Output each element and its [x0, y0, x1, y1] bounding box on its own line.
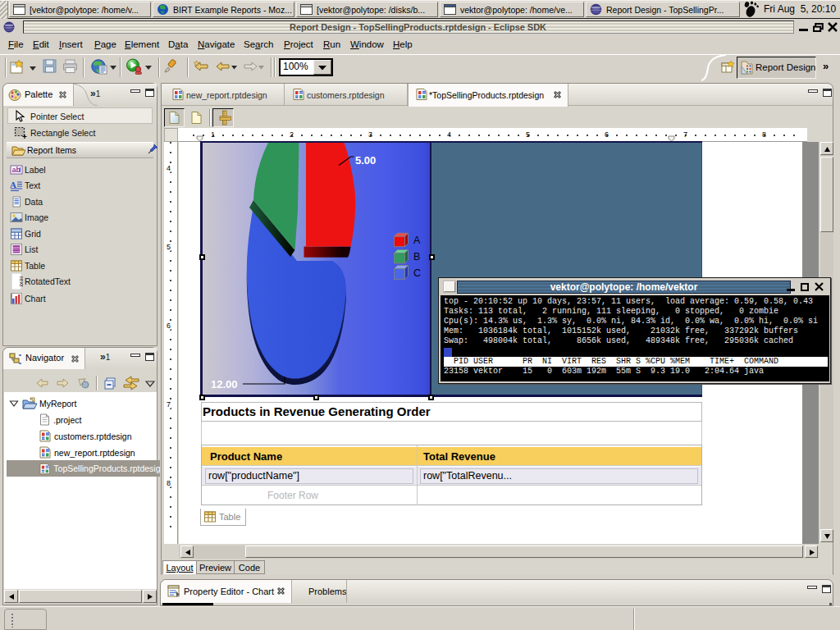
svg-text:Text: Text [18, 276, 24, 288]
svg-text:C: C [413, 267, 421, 279]
svg-text:5.00: 5.00 [355, 154, 376, 167]
svg-text:B: B [413, 251, 420, 262]
svg-text:12.00: 12.00 [211, 378, 238, 390]
svg-text:A: A [413, 235, 421, 246]
svg-text:A: A [10, 180, 16, 189]
svg-text:ab: ab [12, 166, 21, 174]
